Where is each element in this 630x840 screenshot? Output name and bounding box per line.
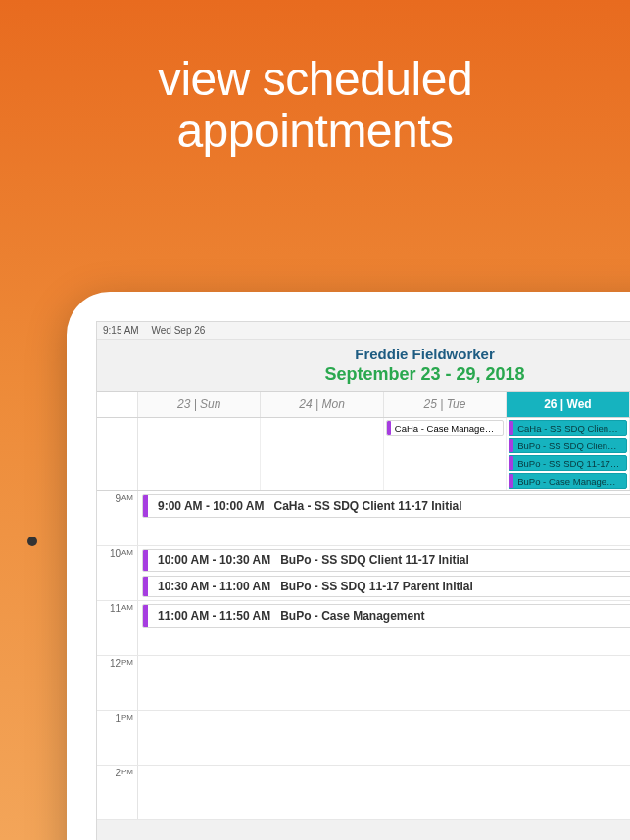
event-purple-bar: [509, 474, 513, 488]
hour-label: 12PM: [97, 656, 138, 710]
allday-wed: CaHa - SS SDQ Clien… BuPo - SS SDQ Clien…: [507, 418, 629, 490]
hour-label: 10AM: [97, 546, 138, 600]
allday-chip[interactable]: CaHa - SS SDQ Clien…: [509, 420, 626, 436]
day-col-mon[interactable]: 24 | Mon: [261, 392, 383, 417]
hour-label: 9AM: [97, 491, 138, 545]
date-range: September 23 - 29, 2018: [97, 364, 630, 391]
appointment[interactable]: 9:00 AM - 10:00 AM CaHa - SS SDQ Client …: [142, 494, 630, 518]
hour-row-12: 12PM: [97, 656, 630, 711]
day-col-wed[interactable]: 26 | Wed: [507, 392, 629, 417]
hour-label: 2PM: [97, 766, 138, 819]
day-col-tue[interactable]: 25 | Tue: [384, 392, 507, 417]
allday-tue: CaHa - Case Manage…: [384, 418, 507, 490]
hour-label: 1PM: [97, 711, 138, 765]
event-purple-bar: [143, 577, 148, 597]
tablet-camera: [27, 537, 37, 546]
event-purple-bar: [143, 550, 148, 571]
hour-label: 11AM: [97, 601, 138, 655]
allday-chip[interactable]: CaHa - Case Manage…: [386, 420, 504, 436]
appointment[interactable]: 11:00 AM - 11:50 AM BuPo - Case Manageme…: [142, 604, 630, 628]
event-purple-bar: [143, 605, 148, 627]
event-purple-bar: [387, 421, 391, 435]
day-header-row: 23 | Sun 24 | Mon 25 | Tue 26 | Wed 27 |: [97, 391, 630, 418]
hour-grid: 9AM 9:00 AM - 10:00 AM CaHa - SS SDQ Cli…: [97, 491, 630, 820]
event-purple-bar: [509, 439, 513, 452]
status-time: 9:15 AM: [103, 325, 139, 336]
allday-row: CaHa - Case Manage… CaHa - SS SDQ Clien……: [97, 418, 630, 491]
status-date: Wed Sep 26: [151, 325, 205, 336]
hour-row-1pm: 1PM: [97, 711, 630, 766]
appointment[interactable]: 10:00 AM - 10:30 AM BuPo - SS SDQ Client…: [142, 549, 630, 572]
day-col-sun[interactable]: 23 | Sun: [138, 392, 261, 417]
event-purple-bar: [509, 421, 513, 435]
day-header-gutter: [97, 392, 138, 417]
hour-row-2pm: 2PM: [97, 766, 630, 820]
appointment[interactable]: 10:30 AM - 11:00 AM BuPo - SS SDQ 11-17 …: [142, 576, 630, 598]
tablet-frame: 9:15 AM Wed Sep 26 Freddie Fieldworker S…: [67, 292, 630, 840]
marketing-headline: view scheduled appointments: [0, 0, 630, 158]
allday-gutter: [97, 418, 138, 490]
event-purple-bar: [509, 456, 513, 470]
app-screen: 9:15 AM Wed Sep 26 Freddie Fieldworker S…: [96, 321, 630, 840]
worker-name: Freddie Fieldworker: [97, 340, 630, 364]
status-bar: 9:15 AM Wed Sep 26: [97, 322, 630, 340]
hour-row-9: 9AM 9:00 AM - 10:00 AM CaHa - SS SDQ Cli…: [97, 491, 630, 546]
allday-chip[interactable]: BuPo - Case Manage…: [509, 473, 626, 489]
allday-mon: [261, 418, 383, 490]
hour-row-10: 10AM 10:00 AM - 10:30 AM BuPo - SS SDQ C…: [97, 546, 630, 601]
allday-chip[interactable]: BuPo - SS SDQ 11-17…: [509, 455, 626, 471]
hour-row-11: 11AM 11:00 AM - 11:50 AM BuPo - Case Man…: [97, 601, 630, 656]
allday-chip[interactable]: BuPo - SS SDQ Clien…: [509, 438, 626, 453]
event-purple-bar: [143, 495, 148, 517]
allday-sun: [138, 418, 261, 490]
